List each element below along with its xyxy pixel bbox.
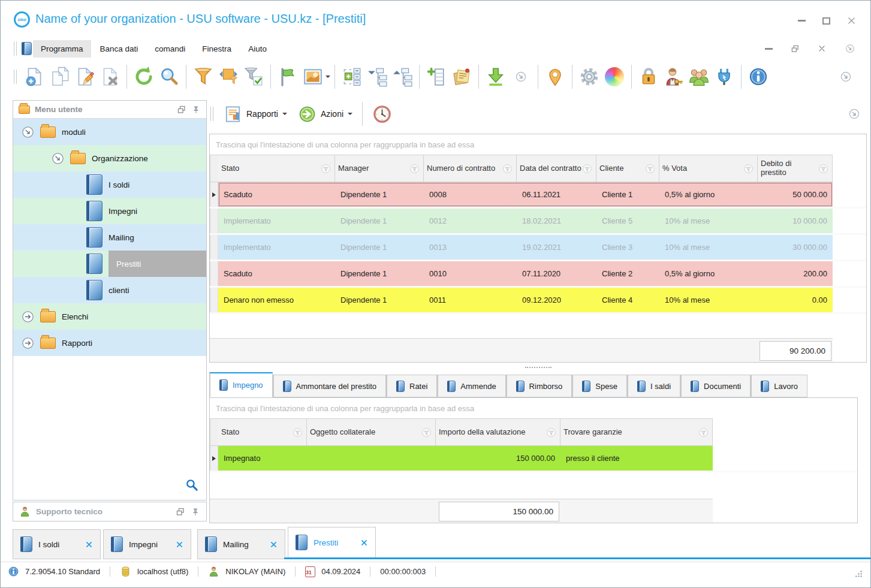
- panel-restore-icon[interactable]: [177, 105, 186, 114]
- splitter-handle[interactable]: [525, 367, 551, 368]
- column-header-debito[interactable]: Debito di prestito: [758, 155, 833, 182]
- mdi-minimize-icon[interactable]: [765, 48, 773, 50]
- tab-i-saldi[interactable]: I saldi: [627, 375, 680, 397]
- sidebar-item-clienti[interactable]: clienti: [13, 277, 206, 303]
- add-record-button[interactable]: [22, 63, 47, 91]
- close-tab-icon[interactable]: [85, 541, 93, 548]
- column-header-numero[interactable]: Numero di contratto: [424, 155, 517, 182]
- column-header-manager[interactable]: Manager: [335, 155, 424, 182]
- column-filter-icon[interactable]: [698, 427, 709, 438]
- window-tab-mailing[interactable]: Mailing: [197, 529, 285, 559]
- export-button[interactable]: [483, 63, 508, 91]
- menu-banca-dati[interactable]: Banca dati: [92, 40, 146, 58]
- column-filter-icon[interactable]: [292, 427, 303, 438]
- sidebar-search-icon[interactable]: [185, 478, 198, 491]
- scheduler-button[interactable]: [367, 102, 397, 126]
- toolbar-grip[interactable]: [210, 107, 213, 121]
- collapse-node-icon[interactable]: [22, 126, 34, 138]
- column-filter-icon[interactable]: [320, 163, 331, 174]
- menu-aiuto[interactable]: Aiuto: [240, 40, 275, 58]
- saved-filter-button[interactable]: [241, 63, 266, 91]
- image-button[interactable]: [300, 63, 326, 91]
- sidebar-item-impegni[interactable]: Impegni: [13, 198, 206, 224]
- expand-branch-button[interactable]: [390, 63, 415, 91]
- column-filter-icon[interactable]: [409, 163, 420, 174]
- azioni-dropdown-button[interactable]: Azioni: [293, 102, 358, 126]
- actionbar-overflow-button[interactable]: [842, 100, 867, 128]
- info-button[interactable]: [746, 63, 771, 91]
- column-filter-icon[interactable]: [644, 163, 656, 174]
- toolbar-grip[interactable]: [14, 70, 17, 84]
- maximize-icon[interactable]: [822, 17, 830, 25]
- table-row[interactable]: Impegnato150 000.00presso il cliente: [210, 446, 857, 472]
- window-tab-impegni[interactable]: Impegni: [103, 529, 191, 559]
- plugin-button[interactable]: [712, 63, 737, 91]
- close-tab-icon[interactable]: [176, 541, 183, 548]
- column-filter-icon[interactable]: [743, 163, 754, 174]
- column-filter-icon[interactable]: [421, 427, 432, 438]
- tab-rimborso[interactable]: Rimborso: [506, 375, 572, 397]
- sidebar-item-elenchi[interactable]: Elenchi: [13, 303, 206, 330]
- window-tab-i-soldi[interactable]: I soldi: [13, 529, 101, 559]
- refresh-button[interactable]: [131, 63, 156, 91]
- user-access-button[interactable]: [661, 63, 686, 91]
- users-button[interactable]: [686, 63, 712, 91]
- sidebar-item-organizzazione[interactable]: Organizzazione: [13, 145, 206, 171]
- column-filter-icon[interactable]: [502, 163, 513, 174]
- column-filter-icon[interactable]: [581, 163, 593, 174]
- export-overflow-button[interactable]: [508, 63, 534, 91]
- add-column-button[interactable]: [424, 63, 449, 91]
- mdi-restore-icon[interactable]: [791, 44, 800, 53]
- minimize-icon[interactable]: [798, 20, 806, 22]
- column-header-stato[interactable]: Stato: [218, 418, 307, 446]
- tab-ammende[interactable]: Ammende: [437, 375, 505, 397]
- tab-ratei[interactable]: Ratei: [386, 375, 437, 397]
- close-tab-icon[interactable]: [360, 539, 368, 547]
- toolbar-overflow-button[interactable]: [833, 63, 858, 91]
- tab-lavoro[interactable]: Lavoro: [751, 375, 807, 397]
- delete-record-button[interactable]: [97, 63, 122, 91]
- sidebar-item-mailing[interactable]: Mailing: [13, 224, 206, 251]
- column-header-importo[interactable]: Importo della valutazione: [436, 418, 560, 446]
- edit-record-button[interactable]: [72, 63, 97, 91]
- panel-pin-icon[interactable]: [191, 105, 201, 114]
- menubar-overflow-icon[interactable]: [844, 43, 856, 55]
- column-header-data[interactable]: Data del contratto: [517, 155, 596, 182]
- rapporti-dropdown-button[interactable]: Rapporti: [218, 102, 293, 126]
- map-pin-button[interactable]: [543, 63, 568, 91]
- column-header-garanzie[interactable]: Trovare garanzie: [560, 418, 713, 446]
- sidebar-item-moduli[interactable]: moduli: [13, 119, 206, 145]
- color-theme-button[interactable]: [602, 63, 627, 91]
- filter-range-button[interactable]: [216, 63, 241, 91]
- toolbar-grip[interactable]: [14, 41, 17, 56]
- settings-button[interactable]: [577, 63, 602, 91]
- collapse-node-icon[interactable]: [52, 152, 64, 165]
- window-tab-prestiti[interactable]: Prestiti: [288, 527, 376, 559]
- column-header-vota[interactable]: % Vota: [659, 155, 758, 182]
- column-filter-icon[interactable]: [545, 427, 557, 438]
- table-row[interactable]: ScadutoDipendente 1001007.11.2020Cliente…: [210, 261, 866, 288]
- column-header-oggetto[interactable]: Oggetto collaterale: [307, 418, 436, 446]
- collapse-branch-button[interactable]: [364, 63, 390, 91]
- filter-button[interactable]: [191, 63, 216, 91]
- panel-expand-icon[interactable]: [176, 507, 185, 517]
- tab-impegno[interactable]: Impegno: [209, 372, 273, 397]
- expand-levels-button[interactable]: [339, 63, 364, 91]
- menu-programma[interactable]: Programma: [33, 40, 91, 58]
- column-header-stato[interactable]: Stato: [218, 155, 335, 182]
- sidebar-item-prestiti[interactable]: Prestiti: [13, 251, 206, 277]
- horizontal-splitter[interactable]: [209, 363, 867, 372]
- copy-record-button[interactable]: [47, 63, 72, 91]
- menu-comandi[interactable]: comandi: [147, 40, 193, 58]
- info-icon[interactable]: [8, 566, 19, 577]
- notes-button[interactable]: [449, 63, 474, 91]
- support-panel[interactable]: Supporto tecnico: [13, 502, 207, 521]
- flag-button[interactable]: [275, 63, 300, 91]
- tab-documenti[interactable]: Documenti: [680, 375, 751, 397]
- sidebar-item-rapporti[interactable]: Rapporti: [13, 330, 206, 356]
- image-dropdown-caret-icon[interactable]: [326, 76, 330, 80]
- column-filter-icon[interactable]: [818, 163, 829, 174]
- table-row[interactable]: Denaro non emessoDipendente 1001109.12.2…: [210, 288, 866, 314]
- close-tab-icon[interactable]: [270, 541, 278, 548]
- expand-node-icon[interactable]: [22, 337, 34, 349]
